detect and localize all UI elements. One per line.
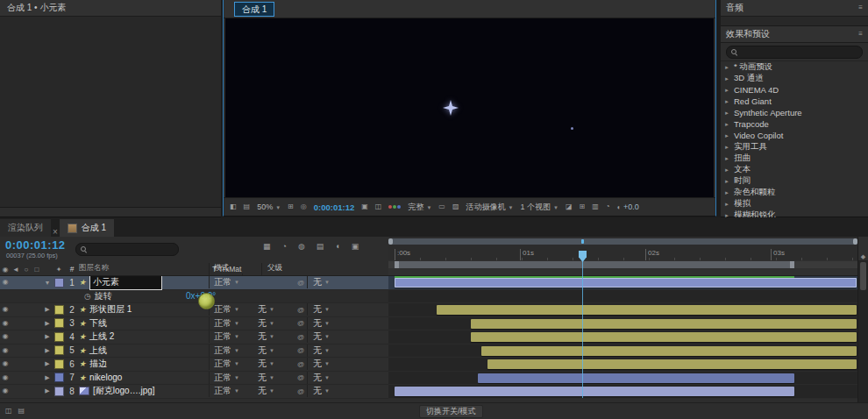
- layer-duration-bar[interactable]: [437, 305, 857, 315]
- fx-category-item[interactable]: ► Video Copilot: [721, 130, 868, 141]
- layer-label-swatch[interactable]: [53, 387, 65, 396]
- layer-expand-arrow[interactable]: ▼: [42, 280, 53, 286]
- composition-tab[interactable]: 合成 1: [234, 2, 274, 17]
- work-area-bar[interactable]: [395, 261, 794, 268]
- tab-composition[interactable]: 合成 1: [60, 219, 114, 237]
- layer-duration-bar[interactable]: [478, 373, 794, 383]
- layer-expand-arrow[interactable]: ▶: [42, 360, 53, 367]
- layer-audio-toggle[interactable]: [11, 360, 21, 367]
- fx-category-item[interactable]: ► 3D 通道: [721, 73, 868, 84]
- layer-lock-toggle[interactable]: [32, 374, 42, 381]
- layer-parent-dropdown[interactable]: 无▼: [307, 330, 388, 343]
- layer-lock-toggle[interactable]: [32, 306, 42, 313]
- fx-category-item[interactable]: ► Synthetic Aperture: [721, 107, 868, 118]
- layer-visibility-toggle[interactable]: ◉: [0, 320, 11, 327]
- toggle-switches-modes-button[interactable]: 切换开关/模式: [419, 405, 483, 418]
- layer-mode-dropdown[interactable]: 正常▼: [209, 358, 242, 370]
- layer-lock-toggle[interactable]: [32, 360, 42, 367]
- layer-visibility-toggle[interactable]: ◉: [0, 279, 11, 286]
- fx-category-item[interactable]: ► CINEMA 4D: [721, 84, 868, 96]
- parent-pickwhip-icon[interactable]: @: [295, 346, 307, 354]
- fx-category-item[interactable]: ► 实用工具: [721, 141, 868, 153]
- grid-guides-icon[interactable]: ⊞: [288, 203, 294, 210]
- layer-visibility-toggle[interactable]: ◉: [0, 306, 11, 313]
- layer-mode-dropdown[interactable]: 正常▼: [209, 276, 242, 288]
- layer-name[interactable]: ★ 上线: [79, 344, 209, 357]
- pixel-aspect-icon[interactable]: ◪: [566, 203, 573, 210]
- layer-expand-arrow[interactable]: ▶: [42, 347, 53, 354]
- layer-label-swatch[interactable]: [53, 373, 65, 382]
- layer-name[interactable]: ★ 下线: [79, 317, 209, 330]
- layer-parent-dropdown[interactable]: 无▼: [307, 344, 388, 357]
- fx-category-item[interactable]: ► 扭曲: [721, 153, 868, 164]
- layer-audio-toggle[interactable]: [11, 306, 21, 313]
- layer-audio-toggle[interactable]: [11, 320, 21, 327]
- layer-solo-toggle[interactable]: [21, 347, 32, 354]
- layer-solo-toggle[interactable]: [21, 320, 32, 327]
- composition-viewport[interactable]: [225, 18, 714, 198]
- layer-visibility-toggle[interactable]: ◉: [0, 374, 11, 381]
- timeline-search-input[interactable]: [90, 245, 193, 254]
- layer-name[interactable]: [耐克logo….jpg]: [79, 385, 209, 397]
- work-area-start-handle[interactable]: [395, 261, 399, 268]
- timeline-button-icon[interactable]: ▥: [592, 203, 599, 210]
- draft-3d-icon[interactable]: ◔: [282, 243, 287, 251]
- layer-lock-toggle[interactable]: [32, 320, 42, 327]
- frame-blend-icon[interactable]: ▤: [317, 243, 324, 251]
- layer-audio-toggle[interactable]: [11, 279, 21, 286]
- fx-category-item[interactable]: ► 文本: [721, 164, 868, 175]
- layer-mode-dropdown[interactable]: 正常▼: [209, 303, 242, 316]
- time-ruler[interactable]: :00s 01s 02s 03s: [388, 237, 857, 261]
- show-channel-icon[interactable]: [388, 205, 401, 209]
- layer-expand-arrow[interactable]: ▶: [42, 333, 53, 340]
- effects-search-input[interactable]: [741, 47, 857, 56]
- layer-visibility-toggle[interactable]: ◉: [0, 347, 11, 354]
- mask-visibility-icon[interactable]: ◎: [301, 203, 307, 210]
- layer-audio-toggle[interactable]: [11, 374, 21, 381]
- layer-trkmat-dropdown[interactable]: 无▼: [254, 344, 295, 357]
- parent-pickwhip-icon[interactable]: @: [295, 319, 307, 327]
- fast-previews-icon[interactable]: ⊞: [579, 203, 585, 210]
- layer-solo-toggle[interactable]: [21, 333, 32, 340]
- timeline-vertical-scrollbar[interactable]: [857, 260, 868, 403]
- time-navigator[interactable]: [388, 238, 857, 245]
- layer-duration-bar[interactable]: [395, 278, 857, 288]
- layer-solo-toggle[interactable]: [21, 374, 32, 381]
- layer-label-swatch[interactable]: [53, 278, 65, 288]
- layer-solo-toggle[interactable]: [21, 360, 32, 367]
- mini-flowchart-icon[interactable]: ▦: [263, 243, 271, 251]
- layer-expand-arrow[interactable]: ▶: [42, 320, 53, 327]
- fx-category-item[interactable]: ► 杂色和颗粒: [721, 187, 868, 198]
- work-area-end-handle[interactable]: [790, 261, 794, 268]
- layer-expand-arrow[interactable]: ▶: [42, 387, 53, 394]
- layer-duration-bar[interactable]: [481, 346, 857, 356]
- stopwatch-icon[interactable]: ◷: [84, 292, 91, 301]
- parent-pickwhip-icon[interactable]: @: [295, 387, 307, 395]
- layer-duration-bar[interactable]: [471, 319, 857, 329]
- layer-name[interactable]: ★ 上线 2: [79, 330, 209, 343]
- layer-mode-dropdown[interactable]: 正常▼: [209, 385, 242, 397]
- layer-audio-toggle[interactable]: [11, 333, 21, 340]
- effects-presets-header[interactable]: 效果和预设 ≡: [721, 26, 868, 43]
- exposure-control[interactable]: ◐ +0.0: [617, 202, 639, 211]
- layer-label-swatch[interactable]: [53, 318, 65, 328]
- resolution-dropdown[interactable]: 完整▼: [408, 202, 431, 213]
- layer-trkmat-dropdown[interactable]: 无▼: [254, 358, 295, 370]
- hide-shy-icon[interactable]: ◍: [298, 243, 305, 251]
- layer-parent-dropdown[interactable]: 无▼: [307, 303, 388, 316]
- layer-duration-bar[interactable]: [395, 387, 794, 396]
- layer-mode-dropdown[interactable]: 正常▼: [209, 372, 242, 384]
- fx-category-item[interactable]: ► * 动画预设: [721, 61, 868, 73]
- expand-layer-pane-icon[interactable]: ◫: [5, 408, 12, 415]
- layer-expand-arrow[interactable]: ▶: [42, 306, 53, 313]
- layer-visibility-toggle[interactable]: ◉: [0, 387, 11, 394]
- project-panel-header[interactable]: 合成 1 • 小元素: [0, 0, 221, 17]
- layer-lock-toggle[interactable]: [32, 387, 42, 394]
- transparency-grid-icon[interactable]: ▨: [452, 203, 459, 210]
- layer-trkmat-dropdown[interactable]: 无▼: [254, 317, 295, 330]
- layer-mode-dropdown[interactable]: 正常▼: [209, 344, 242, 357]
- parent-pickwhip-icon[interactable]: @: [295, 306, 307, 314]
- parent-pickwhip-icon[interactable]: @: [295, 373, 307, 381]
- graph-editor-icon[interactable]: ▣: [352, 243, 359, 251]
- current-timecode[interactable]: 0:00:01:12: [5, 238, 66, 252]
